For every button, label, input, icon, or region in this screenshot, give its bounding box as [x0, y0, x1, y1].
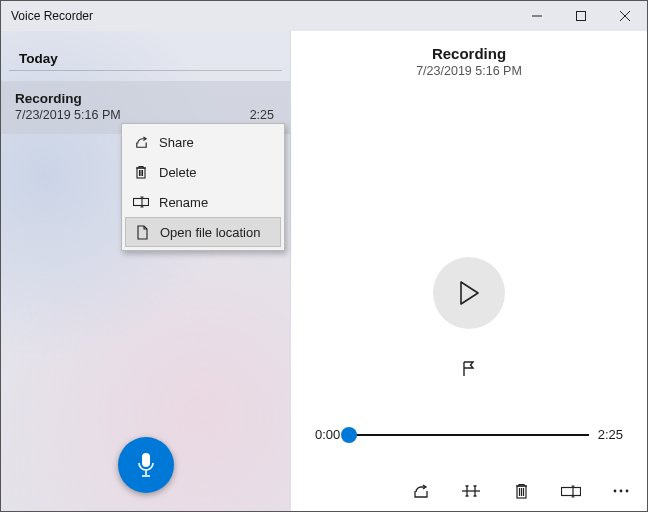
- detail-datetime: 7/23/2019 5:16 PM: [416, 64, 522, 78]
- rename-icon: [561, 485, 581, 498]
- maximize-icon: [576, 11, 586, 21]
- microphone-icon: [135, 451, 157, 479]
- close-icon: [620, 11, 630, 21]
- more-button[interactable]: [611, 481, 631, 501]
- play-button[interactable]: [433, 257, 505, 329]
- minimize-icon: [532, 11, 542, 21]
- share-icon: [133, 134, 149, 150]
- svg-rect-9: [562, 487, 581, 495]
- seek-thumb[interactable]: [341, 427, 357, 443]
- share-icon: [412, 482, 430, 500]
- time-duration: 2:25: [598, 427, 623, 442]
- trash-icon: [514, 483, 529, 500]
- detail-pane: Recording 7/23/2019 5:16 PM 0:00 2:25: [291, 31, 647, 511]
- rename-button[interactable]: [561, 481, 581, 501]
- bottom-toolbar: [411, 481, 631, 501]
- rename-icon: [133, 194, 149, 210]
- context-menu: Share Delete Rename: [121, 123, 285, 251]
- record-button[interactable]: [118, 437, 174, 493]
- ctx-delete-label: Delete: [159, 165, 197, 180]
- window-buttons: [515, 1, 647, 31]
- close-button[interactable]: [603, 1, 647, 31]
- recording-item-title: Recording: [15, 91, 276, 106]
- maximize-button[interactable]: [559, 1, 603, 31]
- svg-rect-5: [134, 199, 149, 206]
- section-header: Today: [9, 31, 282, 71]
- play-icon: [458, 280, 480, 306]
- ctx-open-file-location-label: Open file location: [160, 225, 260, 240]
- trim-icon: [461, 483, 481, 499]
- ctx-open-file-location[interactable]: Open file location: [125, 217, 281, 247]
- ctx-share[interactable]: Share: [125, 127, 281, 157]
- share-button[interactable]: [411, 481, 431, 501]
- ctx-rename-label: Rename: [159, 195, 208, 210]
- recording-item-duration: 2:25: [250, 108, 274, 122]
- trash-icon: [133, 164, 149, 180]
- detail-title: Recording: [416, 45, 522, 62]
- seek-track[interactable]: [349, 434, 589, 436]
- trim-button[interactable]: [461, 481, 481, 501]
- svg-point-12: [626, 490, 629, 493]
- app-title: Voice Recorder: [11, 9, 93, 23]
- minimize-button[interactable]: [515, 1, 559, 31]
- ctx-share-label: Share: [159, 135, 194, 150]
- flag-icon: [460, 360, 478, 378]
- recordings-pane: Today Recording 7/23/2019 5:16 PM 2:25 S…: [1, 31, 291, 511]
- more-icon: [612, 488, 630, 494]
- recording-item-datetime: 7/23/2019 5:16 PM: [15, 108, 276, 122]
- file-icon: [134, 224, 150, 240]
- title-bar: Voice Recorder: [1, 1, 647, 31]
- time-position: 0:00: [315, 427, 340, 442]
- add-marker-button[interactable]: [453, 353, 485, 385]
- svg-rect-6: [142, 453, 150, 467]
- ctx-rename[interactable]: Rename: [125, 187, 281, 217]
- svg-point-11: [620, 490, 623, 493]
- svg-point-10: [614, 490, 617, 493]
- svg-marker-7: [461, 282, 478, 304]
- delete-button[interactable]: [511, 481, 531, 501]
- timeline: 0:00 2:25: [315, 423, 623, 447]
- svg-rect-1: [577, 12, 586, 21]
- ctx-delete[interactable]: Delete: [125, 157, 281, 187]
